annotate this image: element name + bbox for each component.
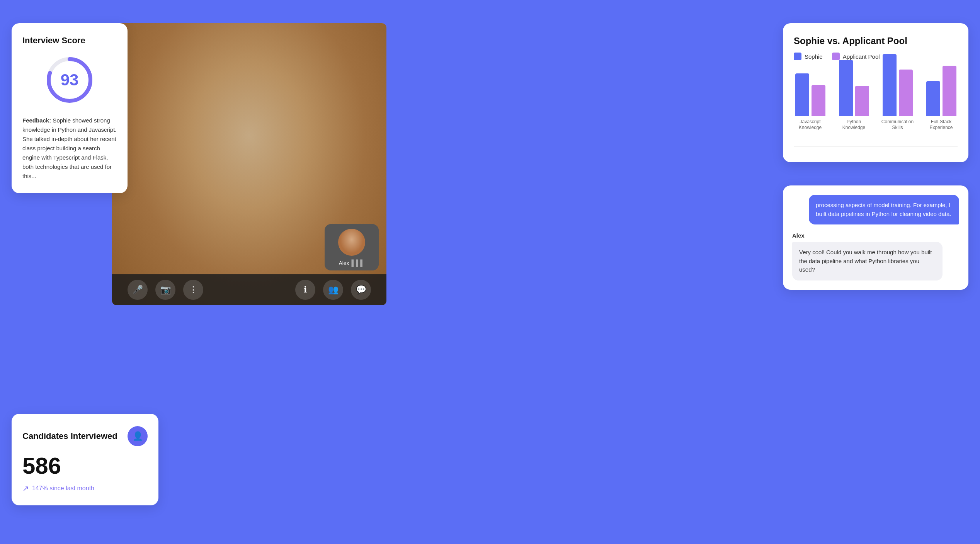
chart-bars-area: Javascript KnowledgePython KnowledgeComm… xyxy=(794,70,958,147)
score-card-title: Interview Score xyxy=(22,36,117,46)
candidates-icon: 👤 xyxy=(128,426,148,446)
candidates-header: Candidates Interviewed 👤 xyxy=(22,426,148,446)
controls-left: 🎤 📷 ⋮ xyxy=(128,280,203,300)
mini-label-row: Alex ▌▌▌ xyxy=(339,260,364,267)
bar-pair xyxy=(839,60,869,116)
score-number: 93 xyxy=(61,71,79,89)
chart-card: Sophie vs. Applicant Pool Sophie Applica… xyxy=(783,23,968,162)
sophie-color-dot xyxy=(794,53,801,60)
pool-color-dot xyxy=(832,53,840,60)
person-icon: 👤 xyxy=(133,431,143,441)
mini-avatar xyxy=(338,229,365,256)
more-button[interactable]: ⋮ xyxy=(183,280,203,300)
chart-legend: Sophie Applicant Pool xyxy=(794,53,958,60)
bar-pair xyxy=(795,73,825,116)
pool-label: Applicant Pool xyxy=(843,53,880,60)
trend-text: 147% since last month xyxy=(32,485,94,492)
user-chat-bubble: processing aspects of model training. Fo… xyxy=(809,195,959,224)
audio-wave-icon: ▌▌▌ xyxy=(352,260,365,267)
mic-button[interactable]: 🎤 xyxy=(128,280,148,300)
legend-pool: Applicant Pool xyxy=(832,53,880,60)
pool-bar xyxy=(812,85,825,116)
interview-score-card: Interview Score 93 Feedback: Sophie show… xyxy=(12,23,128,193)
sophie-bar xyxy=(795,73,809,116)
bar-group: Python Knowledge xyxy=(837,60,870,131)
score-circle-container: 93 xyxy=(22,55,117,105)
candidates-trend: ↗ 147% since last month xyxy=(22,484,148,493)
trend-arrow-icon: ↗ xyxy=(22,484,29,493)
video-controls-bar: 🎤 📷 ⋮ ℹ 👥 💬 xyxy=(112,274,386,305)
bar-group: Full-Stack Experience xyxy=(925,66,958,131)
bar-label: Full-Stack Experience xyxy=(925,119,958,131)
video-container: Alex ▌▌▌ 🎤 📷 ⋮ ℹ 👥 💬 xyxy=(112,23,386,305)
bar-pair xyxy=(926,66,956,116)
pool-bar xyxy=(943,66,956,116)
sophie-bar xyxy=(839,60,853,116)
feedback-label: Feedback: xyxy=(22,117,51,124)
candidates-title: Candidates Interviewed xyxy=(22,431,117,441)
score-circle: 93 xyxy=(44,55,95,105)
bar-group: Javascript Knowledge xyxy=(794,73,827,131)
bar-label: Communication Skills xyxy=(881,119,914,131)
pool-bar xyxy=(899,70,913,116)
people-button[interactable]: 👥 xyxy=(323,280,343,300)
sophie-label: Sophie xyxy=(805,53,823,60)
sophie-bar xyxy=(926,81,940,116)
bar-label: Python Knowledge xyxy=(837,119,870,131)
candidates-card: Candidates Interviewed 👤 586 ↗ 147% sinc… xyxy=(12,414,158,505)
score-feedback: Feedback: Sophie showed strong knowledge… xyxy=(22,116,117,181)
chat-button[interactable]: 💬 xyxy=(351,280,371,300)
controls-right: ℹ 👥 💬 xyxy=(295,280,371,300)
chart-title: Sophie vs. Applicant Pool xyxy=(794,36,958,46)
alex-sender-name: Alex xyxy=(792,232,959,239)
bar-label: Javascript Knowledge xyxy=(794,119,827,131)
sophie-bar xyxy=(883,54,897,116)
mini-video: Alex ▌▌▌ xyxy=(325,224,379,270)
candidates-number: 586 xyxy=(22,452,148,479)
mini-name: Alex xyxy=(339,260,349,266)
camera-button[interactable]: 📷 xyxy=(155,280,175,300)
bar-pair xyxy=(883,54,913,116)
chat-panel: processing aspects of model training. Fo… xyxy=(783,185,968,290)
legend-sophie: Sophie xyxy=(794,53,823,60)
feedback-text: Sophie showed strong knowledge in Python… xyxy=(22,117,116,179)
pool-bar xyxy=(855,86,869,116)
info-button[interactable]: ℹ xyxy=(295,280,315,300)
bar-group: Communication Skills xyxy=(881,54,914,131)
alex-chat-bubble: Very cool! Could you walk me through how… xyxy=(792,242,943,280)
